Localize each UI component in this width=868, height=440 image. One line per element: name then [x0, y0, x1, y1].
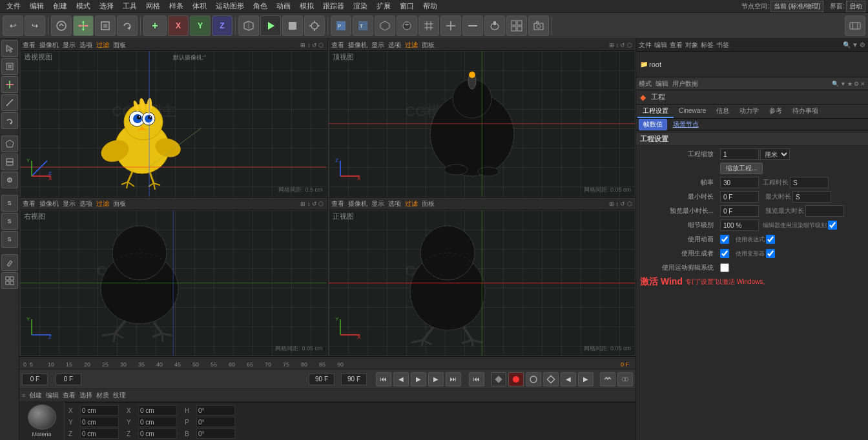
obj-menu-edit[interactable]: 编辑 — [46, 391, 59, 400]
tab-info[interactable]: 信息 — [711, 105, 734, 118]
material-item[interactable]: Materia — [19, 402, 65, 440]
vp2-menu-display[interactable]: 显示 — [371, 41, 384, 50]
coord-z-input[interactable] — [80, 428, 119, 439]
menu-edit[interactable]: 编辑 — [26, 1, 48, 12]
vp2-menu-look[interactable]: 查看 — [331, 41, 344, 50]
tl-loop-field[interactable] — [341, 374, 367, 385]
vp4-menu-camera[interactable]: 摄像机 — [348, 199, 367, 208]
vp4-menu-panel[interactable]: 面板 — [422, 199, 435, 208]
tl-next-key-btn[interactable]: ▶ — [578, 372, 594, 386]
mode-close-icon[interactable]: ✕ — [860, 81, 865, 87]
vp2-menu-camera[interactable]: 摄像机 — [348, 41, 367, 50]
mode-filter-icon[interactable]: ▼ — [840, 81, 846, 87]
point-tool-btn[interactable] — [1, 172, 18, 188]
vp4-menu-display[interactable]: 显示 — [371, 199, 384, 208]
menu-tracker[interactable]: 跟踪器 — [319, 1, 348, 12]
mode-userdata[interactable]: 用户数据 — [672, 79, 698, 88]
viewport-front[interactable]: 查看 摄像机 显示 选项 过滤 面板 ⊞ ↕ ↺ ⬡ 正视图 CG模型主 — [328, 198, 636, 357]
obj-menu-look[interactable]: 查看 — [63, 391, 76, 400]
live-select-btn[interactable] — [51, 15, 72, 36]
tl-key-mode-btn[interactable] — [491, 372, 506, 386]
prop-use-expression-check[interactable] — [766, 235, 775, 244]
vp3-menu-panel[interactable]: 面板 — [113, 199, 126, 208]
vp1-menu-filter[interactable]: 过滤 — [96, 41, 109, 50]
menu-render[interactable]: 渲染 — [349, 1, 371, 12]
scene-root-item[interactable]: 📁 root — [640, 61, 661, 68]
material-btn[interactable] — [397, 15, 417, 36]
add-btn[interactable]: + — [143, 15, 167, 36]
right-menu-file[interactable]: 文件 — [639, 41, 652, 50]
vp2-menu-select[interactable]: 选项 — [388, 41, 401, 50]
menu-select[interactable]: 选择 — [96, 1, 118, 12]
viewport-right[interactable]: 查看 摄像机 显示 选项 过滤 面板 ⊞ ↕ ↺ ⬡ 右视图 CG模型主 — [19, 198, 327, 357]
prop-scale-input[interactable] — [720, 148, 759, 160]
prop-preview-min-input[interactable] — [720, 205, 759, 217]
prop-duration-input[interactable] — [790, 177, 829, 188]
tab-todo[interactable]: 待办事项 — [787, 105, 823, 118]
coord-x-input[interactable] — [80, 405, 119, 415]
tl-goto-end-btn[interactable]: ⏭ — [446, 372, 461, 386]
vp2-menu-panel[interactable]: 面板 — [422, 41, 435, 50]
multiview-btn[interactable] — [506, 15, 527, 36]
menu-help[interactable]: 帮助 — [419, 1, 441, 12]
menu-mograph[interactable]: 运动图形 — [212, 1, 248, 12]
tl-goto-start2-btn[interactable]: ⏮ — [469, 372, 484, 386]
right-menu-bookmark[interactable]: 书签 — [716, 41, 729, 50]
paint-tool-btn[interactable] — [1, 254, 18, 271]
tl-autokey-btn[interactable] — [526, 372, 541, 386]
tl-key-btn[interactable] — [543, 372, 559, 386]
edge-tool-btn[interactable] — [1, 154, 18, 170]
subtab-scene-nodes[interactable]: 场景节点 — [668, 119, 703, 130]
prop-detail-input[interactable] — [720, 219, 759, 231]
right-filter-icon[interactable]: ▼ — [852, 41, 858, 48]
vp1-menu-camera[interactable]: 摄像机 — [39, 41, 59, 50]
tab-dynamics[interactable]: 动力学 — [734, 105, 764, 118]
vp3-menu-filter[interactable]: 过滤 — [96, 199, 109, 208]
viewport-perspective[interactable]: 查看 摄像机 显示 选项 过滤 面板 ⊞ ↕ ↺ ⬡ 透视视图 默认摄像机:° … — [19, 39, 327, 197]
vp1-menu-display[interactable]: 显示 — [63, 41, 76, 50]
menu-mode[interactable]: 模式 — [72, 1, 94, 12]
menu-volume[interactable]: 体积 — [189, 1, 211, 12]
top-view-btn[interactable]: T — [353, 15, 373, 36]
tl-record-btn[interactable] — [508, 372, 524, 386]
render-settings-btn[interactable] — [304, 15, 325, 36]
obj-collapse-btn[interactable]: ≡ — [22, 392, 25, 399]
polygon-tool-btn[interactable] — [1, 135, 18, 152]
tl-motion-btn[interactable] — [600, 372, 615, 386]
right-menu-tag[interactable]: 标签 — [701, 41, 714, 50]
vp2-menu-filter[interactable]: 过滤 — [405, 41, 418, 50]
obj-menu-create[interactable]: 创建 — [29, 391, 42, 400]
vp4-menu-select[interactable]: 选项 — [388, 199, 401, 208]
menu-spline[interactable]: 样条 — [165, 1, 187, 12]
prop-use-gen-check[interactable] — [720, 249, 729, 258]
prop-use-motion-check[interactable] — [720, 263, 729, 272]
tl-end-field[interactable] — [309, 374, 335, 385]
prop-use-anim-check[interactable] — [720, 235, 729, 244]
cube-btn[interactable] — [238, 15, 259, 36]
vp1-menu-look[interactable]: 查看 — [23, 41, 36, 50]
coord-h-input[interactable] — [196, 405, 235, 415]
z-axis-btn[interactable]: Z — [212, 15, 232, 36]
perspective-btn[interactable]: P — [331, 15, 351, 36]
camera-btn[interactable] — [528, 15, 549, 36]
vp4-menu-filter[interactable]: 过滤 — [405, 199, 418, 208]
tl-current-field[interactable] — [56, 374, 81, 385]
vp3-menu-look[interactable]: 查看 — [23, 199, 36, 208]
tab-reference[interactable]: 参考 — [764, 105, 787, 118]
y-axis-btn[interactable]: Y — [190, 15, 211, 36]
move-tool-btn[interactable] — [1, 76, 18, 93]
vp3-menu-display[interactable]: 显示 — [63, 199, 76, 208]
select-tool-btn[interactable] — [1, 40, 18, 57]
interface-select[interactable]: 启动 — [846, 1, 865, 12]
menu-extend[interactable]: 扩展 — [373, 1, 395, 12]
vp1-menu-select[interactable]: 选项 — [79, 41, 92, 50]
menu-animate[interactable]: 动画 — [273, 1, 294, 12]
snap-btn[interactable] — [440, 15, 461, 36]
grid-tool-btn[interactable] — [1, 272, 18, 289]
coord-b-input[interactable] — [196, 428, 235, 439]
scene-toggle-btn[interactable] — [845, 15, 865, 36]
prop-scale-unit-select[interactable]: 厘米 米 毫米 — [760, 148, 790, 160]
tl-onion-btn[interactable] — [617, 372, 633, 386]
obj-menu-select[interactable]: 选择 — [79, 391, 92, 400]
prop-fps-input[interactable] — [720, 177, 759, 188]
